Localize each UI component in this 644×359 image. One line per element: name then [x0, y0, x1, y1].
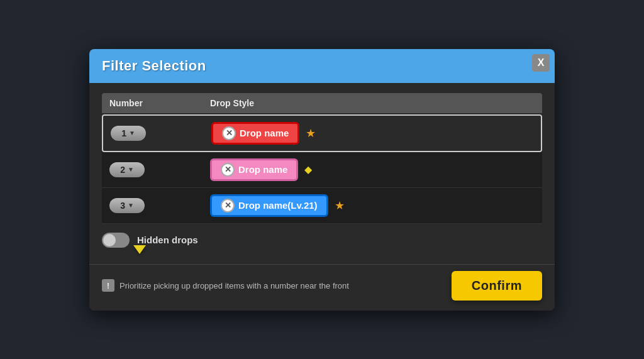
confirm-button[interactable]: Confirm [452, 271, 542, 301]
number-cell-2: 2 ▼ [109, 162, 210, 177]
chevron-down-icon: ▼ [129, 130, 135, 136]
col-header-number: Number [109, 98, 210, 108]
drop-badge-3[interactable]: ✕ Drop name(Lv.21) [210, 194, 328, 217]
badge-text-3: Drop name(Lv.21) [238, 200, 318, 211]
badge-text-2: Drop name [238, 164, 287, 175]
hidden-drops-label: Hidden drops [137, 235, 198, 245]
toggle-knob [103, 234, 116, 246]
chevron-down-icon-3: ▼ [128, 202, 134, 209]
filter-selection-dialog: Filter Selection X Number Drop Style 1 ▼… [89, 49, 555, 311]
badge-icon-3: ✕ [221, 199, 235, 213]
badge-text-1: Drop name [240, 128, 289, 138]
table-header: Number Drop Style [102, 93, 542, 113]
dialog-body: Number Drop Style 1 ▼ ✕ Drop name ★ [89, 83, 555, 264]
number-cell-3: 3 ▼ [109, 198, 210, 213]
footer-hint: ! Prioritize picking up dropped items wi… [102, 279, 452, 292]
filter-row-3[interactable]: 3 ▼ ✕ Drop name(Lv.21) ★ [102, 188, 542, 224]
hint-icon: ! [102, 279, 114, 292]
filter-row[interactable]: 1 ▼ ✕ Drop name ★ [102, 114, 542, 152]
dialog-footer: ! Prioritize picking up dropped items wi… [89, 264, 555, 311]
number-dropdown-3[interactable]: 3 ▼ [109, 198, 145, 213]
drop-badge-1[interactable]: ✕ Drop name [211, 122, 299, 145]
drop-badge-2[interactable]: ✕ Drop name [210, 158, 298, 181]
badge-icon-1: ✕ [222, 126, 236, 140]
dialog-header: Filter Selection X [89, 49, 555, 83]
col-header-dropstyle: Drop Style [210, 98, 535, 108]
drop-style-cell-3: ✕ Drop name(Lv.21) ★ [210, 194, 535, 217]
number-dropdown-1[interactable]: 1 ▼ [111, 126, 146, 141]
rows-container: 1 ▼ ✕ Drop name ★ 2 ▼ [102, 114, 542, 224]
hidden-drops-toggle[interactable] [102, 233, 130, 248]
star-icon-1: ★ [306, 128, 316, 139]
hint-text: Prioritize picking up dropped items with… [119, 281, 349, 290]
close-button[interactable]: X [532, 54, 550, 72]
number-value-2: 2 [120, 165, 125, 175]
number-dropdown-2[interactable]: 2 ▼ [109, 162, 145, 177]
diamond-icon-2: ◆ [304, 165, 312, 175]
star-icon-3: ★ [335, 200, 345, 211]
number-value-3: 3 [120, 201, 125, 211]
cursor-indicator [133, 245, 146, 254]
number-cell: 1 ▼ [111, 126, 211, 141]
toggle-row: Hidden drops [102, 233, 542, 248]
drop-style-cell-1: ✕ Drop name ★ [211, 122, 533, 145]
dialog-title: Filter Selection [102, 58, 206, 74]
drop-style-cell-2: ✕ Drop name ◆ [210, 158, 535, 181]
number-value: 1 [121, 128, 126, 138]
filter-row-2[interactable]: 2 ▼ ✕ Drop name ◆ [102, 152, 542, 188]
badge-icon-2: ✕ [221, 163, 235, 177]
chevron-down-icon-2: ▼ [128, 166, 134, 173]
